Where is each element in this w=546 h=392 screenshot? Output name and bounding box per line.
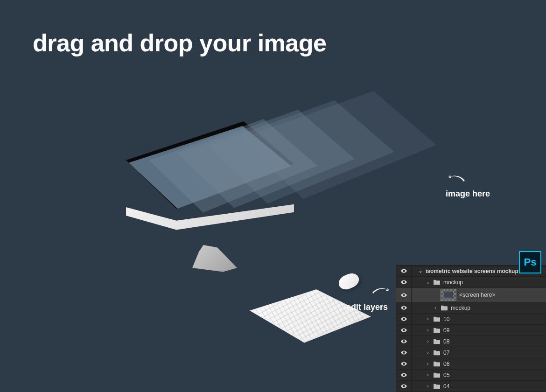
layer-label[interactable]: isometric website screens mockup xyxy=(426,268,518,274)
layer-label[interactable]: mockup xyxy=(443,279,463,286)
folder-icon xyxy=(433,350,441,356)
layer-row[interactable]: ›04 xyxy=(396,381,546,392)
visibility-eye-icon[interactable] xyxy=(400,371,407,379)
layers-panel[interactable]: ⌄isometric website screens mockup⌄mockup… xyxy=(396,265,546,392)
layer-label[interactable]: 07 xyxy=(443,350,449,356)
panel-divider xyxy=(411,314,412,324)
folder-icon xyxy=(433,383,441,390)
arrow-right-icon xyxy=(371,286,390,298)
chevron-right-icon[interactable]: › xyxy=(426,350,430,355)
visibility-eye-icon[interactable] xyxy=(400,349,407,357)
layer-label[interactable]: <screen here> xyxy=(459,292,495,298)
mouse-mockup xyxy=(336,271,361,292)
panel-divider xyxy=(411,325,412,336)
layer-label[interactable]: mockup xyxy=(451,305,470,311)
visibility-eye-icon[interactable] xyxy=(400,304,407,312)
visibility-eye-icon[interactable] xyxy=(400,360,407,368)
layer-row[interactable]: ›09 xyxy=(396,325,546,336)
panel-divider xyxy=(411,381,412,392)
folder-icon xyxy=(433,316,441,322)
folder-icon xyxy=(433,279,441,286)
panel-divider xyxy=(411,288,412,302)
mockup-scene xyxy=(23,65,443,364)
chevron-down-icon[interactable]: ⌄ xyxy=(418,268,423,273)
visibility-eye-icon[interactable] xyxy=(400,267,407,275)
chevron-right-icon[interactable]: › xyxy=(433,305,438,310)
visibility-eye-icon[interactable] xyxy=(400,279,407,286)
chevron-right-icon[interactable]: › xyxy=(426,361,430,366)
layer-label[interactable]: 10 xyxy=(443,316,449,322)
visibility-eye-icon[interactable] xyxy=(400,315,407,323)
layer-label[interactable]: 05 xyxy=(443,372,449,378)
layer-label[interactable]: 04 xyxy=(443,383,449,390)
visibility-eye-icon[interactable] xyxy=(400,327,407,334)
panel-divider xyxy=(411,266,412,276)
folder-icon xyxy=(433,338,441,345)
layer-thumbnail-inner xyxy=(444,292,453,298)
panel-divider xyxy=(411,336,412,347)
panel-divider xyxy=(411,277,412,287)
folder-icon xyxy=(433,372,441,378)
layer-row[interactable]: ›08 xyxy=(396,336,546,347)
layer-row[interactable]: ›07 xyxy=(396,347,546,358)
folder-icon xyxy=(433,327,441,334)
panel-divider xyxy=(411,302,412,313)
chevron-right-icon[interactable]: › xyxy=(426,339,430,344)
photoshop-icon: Ps xyxy=(519,251,541,273)
chevron-right-icon[interactable]: › xyxy=(426,372,430,378)
headline-text: drag and drop your image xyxy=(33,29,326,57)
chevron-right-icon[interactable]: › xyxy=(426,316,430,322)
panel-divider xyxy=(411,370,412,380)
layer-thumbnail[interactable] xyxy=(441,289,456,301)
chevron-right-icon[interactable]: › xyxy=(426,328,430,333)
panel-divider xyxy=(411,347,412,358)
chevron-right-icon[interactable]: › xyxy=(426,384,430,389)
layer-row[interactable]: <screen here> xyxy=(396,288,546,302)
layer-label[interactable]: 08 xyxy=(443,338,449,345)
layer-row[interactable]: ›10 xyxy=(396,314,546,325)
visibility-eye-icon[interactable] xyxy=(400,383,407,390)
arrow-left-icon xyxy=(447,173,466,187)
panel-divider xyxy=(411,358,412,369)
visibility-eye-icon[interactable] xyxy=(400,291,407,299)
layer-label[interactable]: 09 xyxy=(443,327,449,334)
folder-icon xyxy=(441,305,448,311)
visibility-eye-icon[interactable] xyxy=(400,338,407,345)
callout-edit-layers: edit layers xyxy=(346,302,388,312)
layer-row[interactable]: ⌄mockup xyxy=(396,277,546,288)
layer-row[interactable]: ›06 xyxy=(396,358,546,370)
folder-icon xyxy=(433,361,441,367)
layer-label[interactable]: 06 xyxy=(443,361,449,367)
chevron-down-icon[interactable]: ⌄ xyxy=(426,280,430,285)
imac-stand xyxy=(187,245,243,278)
layer-row[interactable]: ›mockup xyxy=(396,302,546,314)
callout-image-here: image here xyxy=(446,189,490,199)
layer-row[interactable]: ›05 xyxy=(396,370,546,381)
